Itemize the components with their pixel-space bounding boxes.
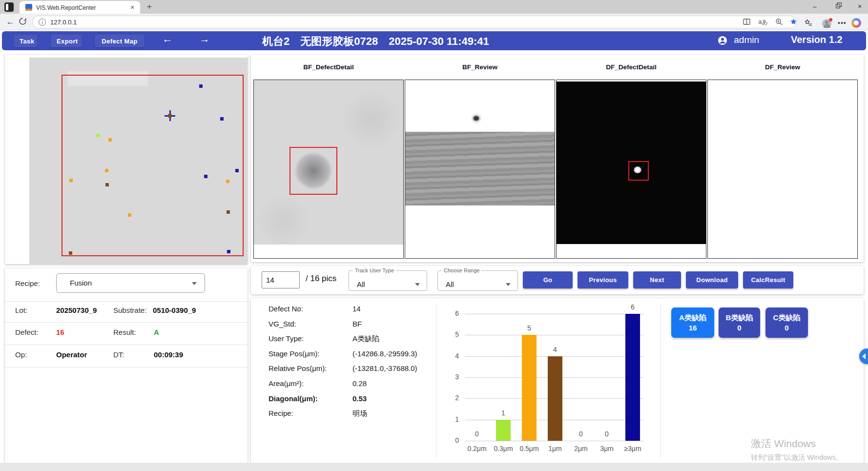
window-minimize-button[interactable]: –: [806, 0, 823, 13]
gridline: [465, 335, 643, 335]
bar-value-label: 6: [618, 303, 647, 311]
tab-close-icon[interactable]: ×: [128, 3, 137, 12]
windows-activation-watermark: 激活 Windows 转到“设置”以激活 Windows。: [751, 437, 868, 462]
detail-value-area-m-: 0.28: [352, 379, 367, 388]
user-menu[interactable]: admin: [718, 35, 759, 45]
calcresult-button[interactable]: CalcResult: [743, 271, 793, 288]
class-button-a-[interactable]: A类缺陷16: [671, 307, 714, 338]
prev-arrow-button[interactable]: ←: [159, 33, 176, 45]
defect-dot: [227, 210, 230, 214]
track-user-type-legend: Track User Type: [353, 267, 396, 273]
version-label: Version 1.2: [791, 34, 843, 45]
window-close-button[interactable]: ×: [851, 0, 868, 13]
recipe-select[interactable]: Fusion: [56, 273, 205, 293]
title-datetime: 2025-07-30 11:49:41: [389, 35, 489, 47]
bar-value-label: 1: [489, 409, 518, 417]
bar--3-m: [625, 314, 640, 441]
bf-review-label: BF_Review: [405, 63, 555, 71]
class-count: 16: [671, 323, 714, 333]
detail-value-vg-std-: BF: [352, 320, 362, 328]
profile-avatar[interactable]: [822, 19, 831, 28]
x-tick-label: 0.2μm: [462, 445, 492, 452]
df-defectdetail-image[interactable]: [556, 80, 706, 259]
track-user-type-select[interactable]: Track User Type All: [349, 267, 427, 291]
defect-label: Defect:: [15, 328, 39, 336]
defect-dot: [204, 175, 207, 178]
class-label: B类缺陷: [719, 312, 760, 323]
class-button-b-[interactable]: B类缺陷0: [719, 307, 760, 338]
y-tick-label: 1: [444, 415, 459, 423]
url-bar[interactable]: i 127.0.0.1 aあ: [32, 16, 797, 28]
defect-dot: [108, 138, 112, 142]
tab-title: VIS.Web.ReportCenter: [36, 4, 96, 11]
choose-range-select[interactable]: Choose Range All: [437, 267, 518, 291]
next-arrow-button[interactable]: →: [196, 33, 213, 45]
bf-review-image[interactable]: [405, 80, 555, 259]
total-pics-label: / 16 pics: [306, 274, 336, 284]
browser-tab[interactable]: VIS.Web.ReportCenter ×: [20, 1, 140, 14]
page-title: 机台2无图形胶板07282025-07-30 11:49:41: [262, 34, 500, 49]
bf-defectdetail-image[interactable]: [253, 80, 404, 259]
tab-actions-icon[interactable]: [4, 2, 14, 12]
screen: VIS.Web.ReportCenter × + – × ← i 127.0.0…: [0, 0, 868, 471]
browser-toolbar: ← i 127.0.0.1 aあ •••: [0, 14, 868, 30]
bar-1-m: [548, 356, 562, 441]
detail-label-relative-pos-m-: Relative Pos(μm):: [269, 364, 351, 372]
y-tick-label: 0: [444, 436, 459, 444]
detail-label-recipe-: Recipe:: [269, 409, 351, 417]
detail-label-stage-pos-m-: Stage Pos(μm):: [269, 349, 351, 358]
split-screen-icon[interactable]: [742, 18, 751, 27]
app-header: TaskExportDefect Map ← → 机台2无图形胶板0728202…: [2, 31, 866, 50]
url-text[interactable]: 127.0.0.1: [50, 19, 77, 26]
bar-value-label: 5: [515, 324, 544, 332]
review-images-card: BF_DefectDetail BF_Review DF_DefectDetai…: [251, 55, 864, 262]
collections-icon[interactable]: [805, 19, 812, 28]
previous-button[interactable]: Previous: [578, 271, 628, 288]
favicon-icon: [25, 4, 32, 11]
defect-dot: [69, 251, 72, 255]
copilot-icon[interactable]: [851, 18, 861, 28]
class-button-c-[interactable]: C类缺陷0: [765, 307, 808, 338]
defect-map[interactable]: [29, 58, 248, 264]
zoom-icon[interactable]: [774, 18, 784, 27]
site-info-icon[interactable]: i: [39, 19, 46, 26]
next-button[interactable]: Next: [633, 271, 681, 288]
y-tick-label: 2: [444, 394, 459, 402]
go-button[interactable]: Go: [523, 271, 573, 288]
recipe-label: Recipe:: [15, 279, 40, 287]
detail-value-recipe-: 明场: [352, 409, 367, 418]
lot-info-card: Recipe: Fusion Lot: 20250730_9 Substrate…: [5, 268, 248, 463]
title-machine: 机台2: [262, 35, 289, 47]
defect-dot: [226, 180, 229, 183]
defect-dot: [220, 117, 224, 121]
bf-defectdetail-label: BF_DefectDetail: [253, 63, 404, 71]
new-tab-button[interactable]: +: [145, 2, 154, 12]
favorite-star-icon[interactable]: [788, 18, 798, 27]
bf-review-strip: [405, 132, 555, 205]
df-review-image[interactable]: [707, 80, 858, 259]
defect-dot: [199, 84, 203, 88]
back-icon[interactable]: ←: [5, 17, 16, 27]
window-restore-button[interactable]: [830, 0, 847, 13]
watermark-line1: 激活 Windows: [751, 437, 868, 451]
nav-task-button[interactable]: Task: [14, 35, 37, 47]
download-button[interactable]: Download: [686, 271, 738, 288]
bar-value-label: 0: [592, 430, 621, 438]
pagination-controls-card: / 16 pics Track User Type All Choose Ran…: [251, 266, 864, 294]
y-tick-label: 6: [444, 309, 459, 317]
lot-value: 20250730_9: [56, 306, 97, 314]
op-value: Operator: [56, 350, 87, 359]
more-menu-icon[interactable]: •••: [838, 19, 847, 27]
y-tick-label: 3: [444, 373, 459, 381]
nav-export-button[interactable]: Export: [51, 35, 82, 47]
refresh-icon[interactable]: [19, 17, 29, 27]
nav-defect-map-button[interactable]: Defect Map: [95, 35, 145, 47]
dt-label: DT:: [113, 350, 124, 359]
page-number-input[interactable]: [262, 271, 300, 288]
df-defectdetail-label: DF_DefectDetail: [556, 63, 706, 71]
gridline: [465, 314, 643, 314]
translate-icon[interactable]: aあ: [758, 18, 768, 27]
chevron-down-icon: [415, 283, 420, 286]
detail-value-stage-pos-m-: (-14286.8,-29599.3): [352, 349, 417, 358]
browser-tab-bar: VIS.Web.ReportCenter × + – ×: [0, 0, 868, 14]
